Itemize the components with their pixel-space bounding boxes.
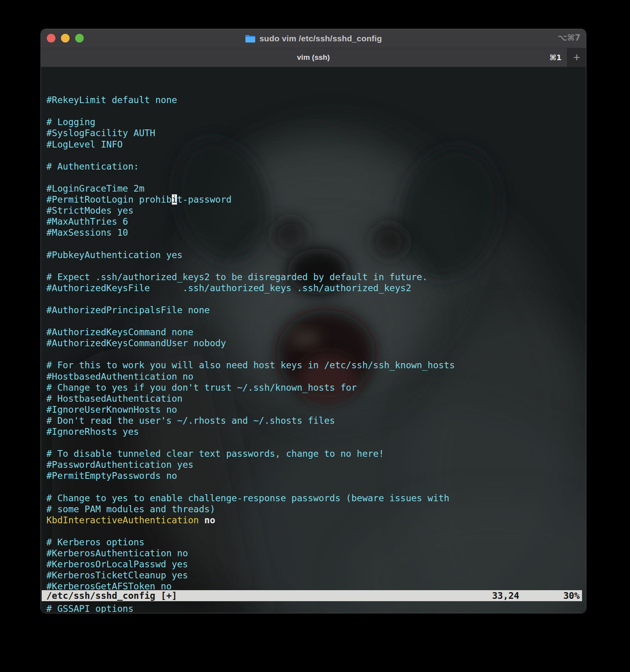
- terminal-line: # GSSAPI options: [46, 603, 586, 613]
- vim-cursor: i: [172, 194, 177, 205]
- terminal-text: # Kerberos options: [46, 537, 144, 547]
- terminal-text: # Change to yes to enable challenge-resp…: [46, 493, 449, 503]
- close-button[interactable]: [47, 34, 55, 42]
- vim-buffer: #RekeyLimit default none# Logging#Syslog…: [46, 94, 586, 613]
- terminal-text: #RekeyLimit default none: [46, 95, 177, 105]
- terminal-text: no: [204, 515, 216, 525]
- terminal-line: #KerberosTicketCleanup yes: [46, 570, 586, 581]
- terminal-line: [46, 150, 586, 161]
- terminal-window: sudo vim /etc/ssh/sshd_config ⌥⌘7 vim (s…: [41, 29, 586, 613]
- terminal-line: [46, 238, 586, 249]
- terminal-text: #StrictModes yes: [46, 205, 134, 216]
- terminal-text: #PubkeyAuthentication yes: [46, 250, 182, 260]
- terminal-text: # Authentication:: [46, 161, 139, 172]
- terminal-line: [46, 349, 586, 360]
- terminal-line: [46, 526, 586, 537]
- terminal-text: #SyslogFacility AUTH: [46, 128, 155, 138]
- terminal-line: #AuthorizedKeysCommandUser nobody: [46, 338, 586, 349]
- terminal-text: #KerberosOrLocalPasswd yes: [46, 559, 188, 569]
- terminal-text: # For this to work you will also need ho…: [46, 360, 455, 370]
- terminal-line: # Don't read the user's ~/.rhosts and ~/…: [46, 415, 586, 426]
- tab-shortcut-label: ⌘1: [549, 53, 562, 62]
- terminal-line: [46, 260, 586, 271]
- terminal-text: KbdInteractiveAuthentication: [46, 515, 199, 525]
- terminal-text: #PasswordAuthentication yes: [46, 460, 193, 470]
- terminal-line: KbdInteractiveAuthentication no: [46, 515, 586, 526]
- terminal-text: [199, 515, 204, 525]
- terminal-line: #PasswordAuthentication yes: [46, 459, 586, 470]
- terminal-content: #RekeyLimit default none# Logging#Syslog…: [41, 67, 586, 613]
- desktop: { "window": { "title": "sudo vim /etc/ss…: [0, 0, 630, 672]
- terminal-text: #MaxAuthTries 6: [46, 216, 128, 227]
- terminal-screen[interactable]: #RekeyLimit default none# Logging#Syslog…: [41, 67, 586, 613]
- new-tab-button[interactable]: +: [567, 48, 586, 67]
- terminal-line: [46, 437, 586, 448]
- terminal-line: #IgnoreUserKnownHosts no: [46, 404, 586, 415]
- terminal-line: #MaxAuthTries 6: [46, 216, 586, 227]
- terminal-text: # Expect .ssh/authorized_keys2 to be dis…: [46, 272, 427, 282]
- terminal-line: #LoginGraceTime 2m: [46, 183, 586, 194]
- vim-statusline: /etc/ssh/sshd_config [+] 33,24 30%: [42, 590, 582, 601]
- terminal-line: # Authentication:: [46, 161, 586, 172]
- terminal-line: #SyslogFacility AUTH: [46, 127, 586, 138]
- minimize-button[interactable]: [61, 34, 70, 42]
- terminal-line: # Logging: [46, 116, 586, 127]
- terminal-text: # some PAM modules and threads): [46, 504, 215, 514]
- statusline-filename: /etc/ssh/sshd_config [+]: [46, 590, 177, 601]
- terminal-text: #KerberosAuthentication no: [46, 548, 188, 558]
- terminal-text: #HostbasedAuthentication no: [46, 371, 193, 382]
- terminal-text: # GSSAPI options: [46, 604, 134, 613]
- terminal-line: # HostbasedAuthentication: [46, 393, 586, 404]
- terminal-line: #MaxSessions 10: [46, 227, 586, 238]
- terminal-text: #KerberosTicketCleanup yes: [46, 570, 188, 580]
- terminal-line: #KerberosOrLocalPasswd yes: [46, 559, 586, 570]
- terminal-text: # Logging: [46, 117, 96, 127]
- terminal-line: #PubkeyAuthentication yes: [46, 249, 586, 260]
- terminal-line: [46, 105, 586, 116]
- terminal-line: #LogLevel INFO: [46, 139, 586, 150]
- window-shortcut-label: ⌥⌘7: [558, 33, 580, 42]
- terminal-text: #MaxSessions 10: [46, 227, 128, 238]
- tab-bar: vim (ssh) ⌘1 +: [41, 48, 586, 67]
- terminal-line: [46, 172, 586, 183]
- terminal-text: #AuthorizedPrincipalsFile none: [46, 305, 210, 315]
- terminal-text: # To disable tunneled clear text passwor…: [46, 449, 384, 459]
- terminal-line: #KerberosAuthentication no: [46, 548, 586, 559]
- title-group: sudo vim /etc/ssh/sshd_config: [245, 34, 382, 43]
- terminal-line: #PermitEmptyPasswords no: [46, 470, 586, 481]
- terminal-text: #AuthorizedKeysCommandUser nobody: [46, 338, 226, 348]
- terminal-text: # Don't read the user's ~/.rhosts and ~/…: [46, 415, 335, 426]
- terminal-line: #PermitRootLogin prohibit-password: [46, 194, 586, 205]
- statusline-scroll-percent: 30%: [563, 590, 580, 601]
- terminal-line: # some PAM modules and threads): [46, 504, 586, 515]
- terminal-line: #AuthorizedKeysFile .ssh/authorized_keys…: [46, 282, 586, 294]
- terminal-line: # Change to yes to enable challenge-resp…: [46, 493, 586, 504]
- terminal-line: #AuthorizedPrincipalsFile none: [46, 305, 586, 316]
- window-title: sudo vim /etc/ssh/sshd_config: [260, 34, 382, 43]
- terminal-text: #IgnoreUserKnownHosts no: [46, 404, 177, 415]
- terminal-line: # For this to work you will also need ho…: [46, 360, 586, 371]
- terminal-text: #PermitRootLogin prohib: [46, 194, 172, 205]
- terminal-text: t-password: [177, 194, 231, 205]
- terminal-text: #LoginGraceTime 2m: [46, 183, 144, 194]
- terminal-text: #LogLevel INFO: [46, 139, 123, 150]
- terminal-line: #StrictModes yes: [46, 205, 586, 216]
- terminal-text: # Change to yes if you don't trust ~/.ss…: [46, 382, 357, 393]
- statusline-ruler: 33,24: [492, 590, 519, 601]
- terminal-text: #IgnoreRhosts yes: [46, 426, 139, 437]
- terminal-text: #AuthorizedKeysCommand none: [46, 327, 193, 337]
- terminal-line: # Kerberos options: [46, 537, 586, 548]
- terminal-text: #AuthorizedKeysFile .ssh/authorized_keys…: [46, 283, 411, 293]
- terminal-line: [46, 481, 586, 492]
- traffic-lights: [47, 34, 84, 42]
- terminal-line: [46, 294, 586, 305]
- terminal-line: #IgnoreRhosts yes: [46, 426, 586, 437]
- window-titlebar[interactable]: sudo vim /etc/ssh/sshd_config ⌥⌘7: [41, 29, 586, 48]
- terminal-line: [46, 316, 586, 327]
- terminal-line: # Change to yes if you don't trust ~/.ss…: [46, 382, 586, 393]
- tab-vim-ssh[interactable]: vim (ssh): [297, 53, 330, 62]
- terminal-text: #PermitEmptyPasswords no: [46, 471, 177, 481]
- terminal-line: #RekeyLimit default none: [46, 94, 586, 105]
- zoom-button[interactable]: [75, 34, 84, 42]
- terminal-line: # To disable tunneled clear text passwor…: [46, 448, 586, 459]
